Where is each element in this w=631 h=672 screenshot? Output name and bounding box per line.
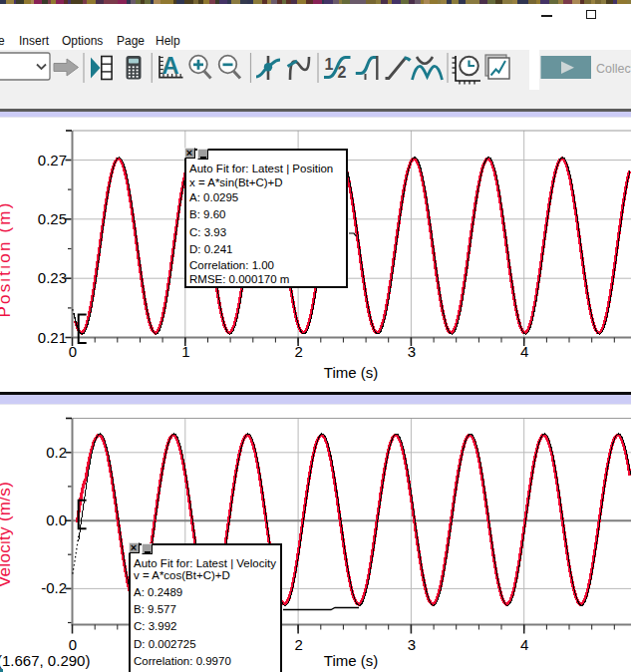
svg-text:-0.2: -0.2 <box>41 579 67 596</box>
svg-text:3: 3 <box>408 636 416 653</box>
svg-text:4: 4 <box>520 636 528 653</box>
svg-text:Time (s): Time (s) <box>324 652 378 669</box>
svg-text:0.2: 0.2 <box>46 444 67 461</box>
svg-text:0: 0 <box>69 636 77 653</box>
svg-text:(1.667, 0.290): (1.667, 0.290) <box>0 652 90 669</box>
svg-text:0.0: 0.0 <box>46 511 67 528</box>
svg-text:Velocity (m/s): Velocity (m/s) <box>0 482 14 587</box>
svg-text:2: 2 <box>294 636 302 653</box>
